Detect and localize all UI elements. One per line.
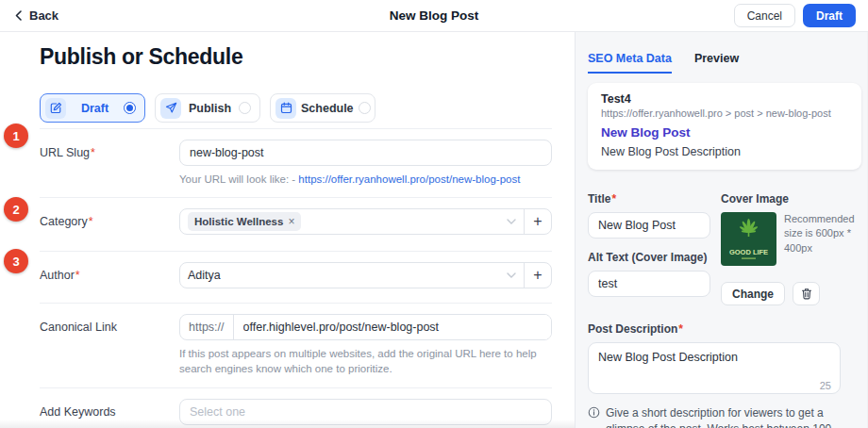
page-title: New Blog Post	[390, 8, 479, 23]
seo-panel: SEO Meta Data Preview Test4 https://offe…	[575, 32, 868, 428]
chip-close-icon[interactable]: ×	[288, 215, 294, 228]
preview-title-link[interactable]: New Blog Post	[601, 125, 848, 140]
chevron-down-icon	[507, 219, 516, 224]
keywords-input[interactable]	[179, 399, 552, 425]
canonical-input[interactable]	[234, 315, 551, 339]
publish-panel: 1 2 3 Publish or Schedule Draft Publish	[0, 32, 575, 428]
info-icon	[588, 406, 600, 428]
canonical-input-group: https://	[179, 314, 552, 340]
publish-mode-options: Draft Publish Schedule	[40, 93, 552, 123]
canonical-row: Canonical Link https:// If this post app…	[40, 303, 552, 387]
preview-site-name: Test4	[601, 92, 848, 106]
post-description-textarea[interactable]: New Blog Post Description	[588, 342, 841, 394]
seo-tabs: SEO Meta Data Preview	[588, 52, 863, 74]
author-label: Author*	[40, 262, 179, 288]
required-asterisk: *	[91, 146, 95, 159]
publish-form: URL Slug* Your URL will look like: - htt…	[40, 128, 552, 428]
alt-text-label: Alt Text (Cover Image)	[588, 251, 710, 264]
post-description-block: Post Description* New Blog Post Descript…	[588, 322, 863, 428]
add-category-button[interactable]: +	[524, 209, 551, 234]
section-heading: Publish or Schedule	[40, 44, 552, 70]
annotation-badge-2: 2	[4, 197, 28, 222]
category-select-main[interactable]: Holistic Wellness ×	[180, 209, 524, 234]
required-asterisk: *	[678, 322, 683, 336]
character-count: 25	[820, 380, 831, 391]
category-chip: Holistic Wellness ×	[188, 212, 301, 231]
option-publish-label: Publish	[186, 102, 234, 115]
canonical-label: Canonical Link	[40, 314, 179, 377]
option-draft[interactable]: Draft	[40, 93, 145, 123]
author-select-main[interactable]: Aditya	[180, 263, 524, 288]
annotation-badge-3: 3	[4, 249, 28, 273]
author-value: Aditya	[188, 269, 221, 282]
radio-draft[interactable]	[124, 102, 136, 114]
cover-image-label: Cover Image	[721, 192, 863, 206]
trash-icon	[801, 288, 812, 300]
title-label: Title*	[588, 192, 710, 206]
category-chip-label: Holistic Wellness	[194, 216, 283, 227]
chevron-left-icon	[15, 10, 22, 21]
cancel-button[interactable]: Cancel	[734, 4, 795, 27]
alt-text-input[interactable]	[588, 271, 710, 297]
preview-description: New Blog Post Description	[601, 145, 848, 158]
preview-breadcrumb: https://offer.ryanhowell.pro > post > ne…	[601, 107, 848, 119]
annotation-badge-1: 1	[4, 123, 28, 148]
draft-button[interactable]: Draft	[803, 4, 856, 27]
back-label: Back	[29, 8, 58, 23]
title-input[interactable]	[588, 212, 710, 239]
description-helper: Give a short description for viewers to …	[588, 405, 848, 428]
edit-icon	[45, 98, 66, 119]
radio-schedule[interactable]	[359, 102, 371, 114]
change-cover-button[interactable]: Change	[721, 282, 785, 305]
url-preview-link[interactable]: https://offer.ryanhowell.pro/post/new-bl…	[298, 173, 520, 185]
tab-preview[interactable]: Preview	[694, 52, 739, 74]
meta-fields: Title* Alt Text (Cover Image) Cover Imag…	[588, 192, 863, 305]
top-bar: Back New Blog Post Cancel Draft	[0, 0, 868, 32]
option-draft-label: Draft	[71, 102, 119, 115]
cover-image-text: GOOD LIFE	[729, 248, 768, 256]
category-row: Category* Holistic Wellness × +	[40, 197, 552, 251]
chevron-down-icon	[507, 272, 516, 278]
url-slug-helper: Your URL will look like: - https://offer…	[179, 172, 552, 188]
cover-image-thumbnail[interactable]: GOOD LIFE	[721, 212, 776, 266]
send-icon	[160, 98, 181, 119]
keywords-row: Add Keywords Add Multiple Keywords by pr…	[40, 387, 552, 428]
add-author-button[interactable]: +	[524, 263, 551, 288]
post-description-label: Post Description*	[588, 322, 863, 336]
radio-publish[interactable]	[239, 102, 251, 114]
header-actions: Cancel Draft	[734, 4, 856, 27]
url-protocol-prefix: https://	[180, 315, 234, 339]
keywords-label: Add Keywords	[40, 399, 179, 428]
serp-preview-card: Test4 https://offer.ryanhowell.pro > pos…	[588, 83, 861, 170]
category-select[interactable]: Holistic Wellness × +	[179, 208, 552, 235]
required-asterisk: *	[75, 269, 80, 282]
required-asterisk: *	[611, 192, 616, 206]
category-label: Category*	[40, 208, 179, 235]
option-publish[interactable]: Publish	[155, 93, 260, 123]
author-select[interactable]: Aditya +	[179, 262, 552, 288]
required-asterisk: *	[89, 215, 93, 228]
tab-seo-meta-data[interactable]: SEO Meta Data	[588, 52, 672, 74]
canonical-helper: If this post appears on multiple website…	[179, 346, 552, 377]
author-row: Author* Aditya +	[40, 251, 552, 303]
cover-size-hint: Recommended size is 600px * 400px	[784, 212, 863, 266]
delete-cover-button[interactable]	[793, 282, 820, 305]
option-schedule-label: Schedule	[301, 102, 354, 115]
url-slug-row: URL Slug* Your URL will look like: - htt…	[40, 128, 552, 197]
url-slug-input[interactable]	[179, 140, 552, 166]
calendar-icon	[275, 98, 296, 119]
url-slug-label: URL Slug*	[40, 140, 179, 188]
back-button[interactable]: Back	[12, 8, 58, 23]
option-schedule[interactable]: Schedule	[270, 93, 376, 123]
